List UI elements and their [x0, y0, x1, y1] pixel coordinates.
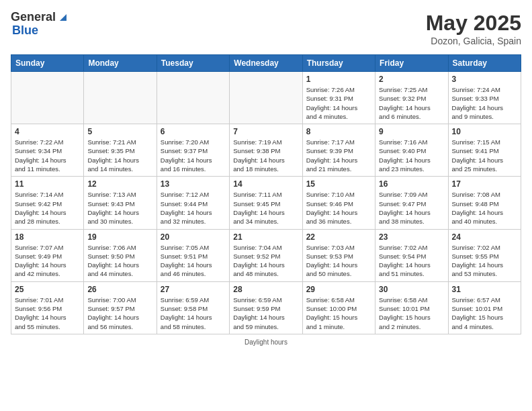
- title-block: May 2025 Dozon, Galicia, Spain: [426, 11, 521, 46]
- day-number: 24: [452, 232, 517, 242]
- calendar-cell: 12Sunrise: 7:13 AM Sunset: 9:43 PM Dayli…: [84, 177, 157, 229]
- calendar-cell: 15Sunrise: 7:10 AM Sunset: 9:46 PM Dayli…: [302, 177, 375, 229]
- day-info: Sunrise: 6:57 AM Sunset: 10:01 PM Daylig…: [452, 295, 517, 331]
- day-number: 29: [306, 285, 371, 294]
- calendar-cell: 9Sunrise: 7:16 AM Sunset: 9:40 PM Daylig…: [375, 124, 448, 177]
- day-number: 23: [379, 232, 444, 242]
- day-info: Sunrise: 7:05 AM Sunset: 9:51 PM Dayligh…: [161, 243, 226, 279]
- subtitle: Dozon, Galicia, Spain: [426, 36, 521, 46]
- main-title: May 2025: [426, 11, 521, 36]
- calendar-day-header: Saturday: [448, 55, 521, 72]
- day-number: 2: [379, 75, 444, 84]
- calendar-cell: 25Sunrise: 7:01 AM Sunset: 9:56 PM Dayli…: [11, 281, 84, 334]
- calendar-cell: [11, 72, 84, 124]
- calendar-day-header: Monday: [84, 55, 157, 72]
- calendar-cell: 10Sunrise: 7:15 AM Sunset: 9:41 PM Dayli…: [448, 124, 521, 177]
- day-info: Sunrise: 7:04 AM Sunset: 9:52 PM Dayligh…: [233, 243, 298, 279]
- calendar-cell: 23Sunrise: 7:02 AM Sunset: 9:54 PM Dayli…: [375, 229, 448, 281]
- day-info: Sunrise: 7:10 AM Sunset: 9:46 PM Dayligh…: [306, 190, 371, 226]
- calendar-table: SundayMondayTuesdayWednesdayThursdayFrid…: [11, 54, 521, 334]
- day-info: Sunrise: 7:26 AM Sunset: 9:31 PM Dayligh…: [306, 85, 371, 121]
- calendar-cell: 30Sunrise: 6:58 AM Sunset: 10:01 PM Dayl…: [375, 281, 448, 334]
- calendar-day-header: Friday: [375, 55, 448, 72]
- logo-text-blue: Blue: [12, 24, 69, 38]
- calendar-cell: [84, 72, 157, 124]
- day-number: 26: [87, 285, 152, 294]
- calendar-week-row: 4Sunrise: 7:22 AM Sunset: 9:34 PM Daylig…: [11, 124, 521, 177]
- day-info: Sunrise: 7:24 AM Sunset: 9:33 PM Dayligh…: [452, 85, 517, 121]
- day-number: 6: [161, 127, 226, 136]
- calendar-cell: 3Sunrise: 7:24 AM Sunset: 9:33 PM Daylig…: [448, 72, 521, 124]
- day-info: Sunrise: 7:22 AM Sunset: 9:34 PM Dayligh…: [15, 138, 80, 173]
- calendar-cell: 19Sunrise: 7:06 AM Sunset: 9:50 PM Dayli…: [84, 229, 157, 281]
- day-info: Sunrise: 6:58 AM Sunset: 10:01 PM Daylig…: [379, 295, 444, 331]
- day-number: 11: [15, 179, 80, 189]
- calendar-cell: 29Sunrise: 6:58 AM Sunset: 10:00 PM Dayl…: [302, 281, 375, 334]
- calendar-cell: 13Sunrise: 7:12 AM Sunset: 9:44 PM Dayli…: [157, 177, 229, 229]
- calendar-week-row: 11Sunrise: 7:14 AM Sunset: 9:42 PM Dayli…: [11, 177, 521, 229]
- day-number: 21: [233, 232, 298, 242]
- calendar-cell: 18Sunrise: 7:07 AM Sunset: 9:49 PM Dayli…: [11, 229, 84, 281]
- day-info: Sunrise: 7:25 AM Sunset: 9:32 PM Dayligh…: [379, 85, 444, 121]
- day-info: Sunrise: 7:12 AM Sunset: 9:44 PM Dayligh…: [161, 190, 226, 226]
- calendar-week-row: 1Sunrise: 7:26 AM Sunset: 9:31 PM Daylig…: [11, 72, 521, 124]
- day-number: 16: [379, 179, 444, 189]
- day-number: 31: [452, 285, 517, 294]
- day-number: 20: [161, 232, 226, 242]
- calendar-cell: 22Sunrise: 7:03 AM Sunset: 9:53 PM Dayli…: [302, 229, 375, 281]
- day-number: 3: [452, 75, 517, 84]
- day-info: Sunrise: 7:02 AM Sunset: 9:54 PM Dayligh…: [379, 243, 444, 279]
- calendar-week-row: 25Sunrise: 7:01 AM Sunset: 9:56 PM Dayli…: [11, 281, 521, 334]
- calendar-cell: [157, 72, 229, 124]
- calendar-header-row: SundayMondayTuesdayWednesdayThursdayFrid…: [11, 55, 521, 72]
- svg-marker-0: [60, 14, 66, 21]
- day-info: Sunrise: 7:19 AM Sunset: 9:38 PM Dayligh…: [233, 138, 298, 173]
- calendar-cell: 1Sunrise: 7:26 AM Sunset: 9:31 PM Daylig…: [302, 72, 375, 124]
- day-info: Sunrise: 7:16 AM Sunset: 9:40 PM Dayligh…: [379, 138, 444, 173]
- logo: General Blue: [11, 11, 69, 38]
- footer: Daylight hours: [11, 338, 521, 346]
- day-info: Sunrise: 7:15 AM Sunset: 9:41 PM Dayligh…: [452, 138, 517, 173]
- day-number: 5: [87, 127, 152, 136]
- day-number: 18: [15, 232, 80, 242]
- day-number: 22: [306, 232, 371, 242]
- day-number: 8: [306, 127, 371, 136]
- calendar-cell: 16Sunrise: 7:09 AM Sunset: 9:47 PM Dayli…: [375, 177, 448, 229]
- day-number: 17: [452, 179, 517, 189]
- calendar-cell: 6Sunrise: 7:20 AM Sunset: 9:37 PM Daylig…: [157, 124, 229, 177]
- calendar-cell: 5Sunrise: 7:21 AM Sunset: 9:35 PM Daylig…: [84, 124, 157, 177]
- footer-text: Daylight hours: [245, 338, 287, 346]
- calendar-cell: 27Sunrise: 6:59 AM Sunset: 9:58 PM Dayli…: [157, 281, 229, 334]
- day-info: Sunrise: 6:59 AM Sunset: 9:58 PM Dayligh…: [161, 295, 226, 331]
- calendar-week-row: 18Sunrise: 7:07 AM Sunset: 9:49 PM Dayli…: [11, 229, 521, 281]
- day-info: Sunrise: 7:06 AM Sunset: 9:50 PM Dayligh…: [87, 243, 152, 279]
- day-info: Sunrise: 7:13 AM Sunset: 9:43 PM Dayligh…: [87, 190, 152, 226]
- calendar-cell: 8Sunrise: 7:17 AM Sunset: 9:39 PM Daylig…: [302, 124, 375, 177]
- calendar-day-header: Sunday: [11, 55, 84, 72]
- day-info: Sunrise: 7:17 AM Sunset: 9:39 PM Dayligh…: [306, 138, 371, 173]
- day-info: Sunrise: 7:07 AM Sunset: 9:49 PM Dayligh…: [15, 243, 80, 279]
- day-info: Sunrise: 7:01 AM Sunset: 9:56 PM Dayligh…: [15, 295, 80, 331]
- calendar-cell: 14Sunrise: 7:11 AM Sunset: 9:45 PM Dayli…: [230, 177, 302, 229]
- logo-triangle-icon: [57, 11, 69, 24]
- day-number: 27: [161, 285, 226, 294]
- day-number: 15: [306, 179, 371, 189]
- day-info: Sunrise: 7:08 AM Sunset: 9:48 PM Dayligh…: [452, 190, 517, 226]
- day-info: Sunrise: 7:20 AM Sunset: 9:37 PM Dayligh…: [161, 138, 226, 173]
- day-number: 4: [15, 127, 80, 136]
- day-number: 28: [233, 285, 298, 294]
- calendar-cell: 17Sunrise: 7:08 AM Sunset: 9:48 PM Dayli…: [448, 177, 521, 229]
- calendar-cell: [230, 72, 302, 124]
- day-info: Sunrise: 7:21 AM Sunset: 9:35 PM Dayligh…: [87, 138, 152, 173]
- calendar-cell: 26Sunrise: 7:00 AM Sunset: 9:57 PM Dayli…: [84, 281, 157, 334]
- day-number: 1: [306, 75, 371, 84]
- day-number: 30: [379, 285, 444, 294]
- day-number: 19: [87, 232, 152, 242]
- day-number: 7: [233, 127, 298, 136]
- day-info: Sunrise: 7:03 AM Sunset: 9:53 PM Dayligh…: [306, 243, 371, 279]
- calendar-cell: 11Sunrise: 7:14 AM Sunset: 9:42 PM Dayli…: [11, 177, 84, 229]
- calendar-cell: 24Sunrise: 7:02 AM Sunset: 9:55 PM Dayli…: [448, 229, 521, 281]
- calendar-cell: 4Sunrise: 7:22 AM Sunset: 9:34 PM Daylig…: [11, 124, 84, 177]
- day-info: Sunrise: 7:14 AM Sunset: 9:42 PM Dayligh…: [15, 190, 80, 226]
- calendar-cell: 20Sunrise: 7:05 AM Sunset: 9:51 PM Dayli…: [157, 229, 229, 281]
